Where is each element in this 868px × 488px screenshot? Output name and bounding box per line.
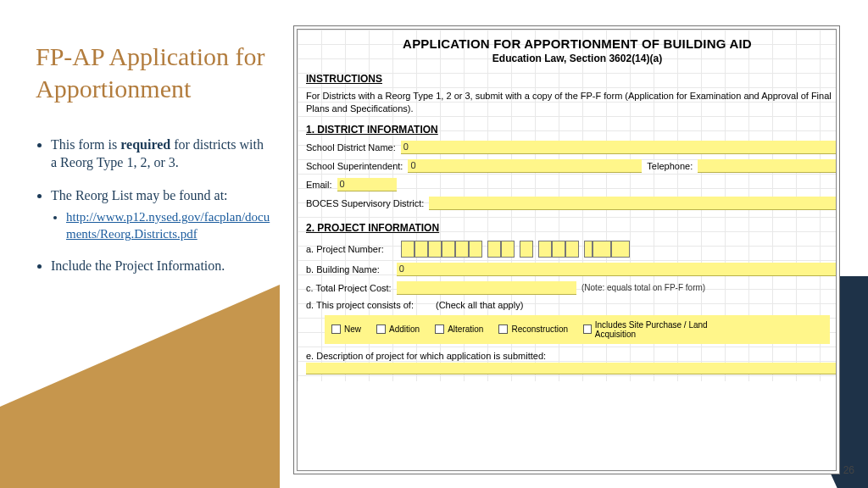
section-2-heading: 2. PROJECT INFORMATION (306, 222, 837, 234)
building-name-field[interactable]: 0 (397, 263, 837, 276)
bullet-2: The Reorg List may be found at: http://w… (51, 187, 273, 243)
form-subtitle: Education Law, Section 3602(14)(a) (306, 53, 837, 64)
reorg-list-link[interactable]: http://www.p12.nysed.gov/facplan/documen… (66, 210, 270, 241)
bullet-1-bold: required (120, 137, 170, 152)
checkbox-new-label: New (344, 324, 361, 334)
superintendent-field[interactable]: 0 (408, 159, 642, 173)
checkbox-alteration-label: Alteration (448, 324, 483, 334)
telephone-label: Telephone: (647, 161, 693, 171)
slide-title: FP-AP Application for Apportionment (36, 41, 273, 104)
decor-gold-triangle (0, 285, 280, 488)
checkbox-addition[interactable]: Addition (376, 324, 420, 334)
consists-of-label: d. This project consists of: (306, 300, 414, 310)
checkbox-reconstruction-label: Reconstruction (511, 324, 568, 334)
form-screenshot: APPLICATION FOR APPORTIONMENT OF BUILDIN… (293, 25, 840, 474)
project-number-boxes[interactable] (401, 241, 630, 258)
checkbox-site-purchase-label: Includes Site Purchase / Land Acquisitio… (595, 320, 727, 339)
bullet-1: This form is required for districts with… (51, 136, 273, 172)
email-field[interactable]: 0 (337, 178, 397, 191)
total-cost-label: c. Total Project Cost: (306, 283, 392, 293)
total-cost-note: (Note: equals total on FP-F form) (581, 283, 705, 292)
checkbox-new[interactable]: New (331, 324, 361, 334)
district-name-label: School District Name: (306, 142, 396, 152)
section-1-heading: 1. DISTRICT INFORMATION (306, 124, 837, 136)
project-number-label: a. Project Number: (306, 244, 384, 254)
bullet-1-pre: This form is (51, 137, 120, 152)
description-label: e. Description of project for which appl… (306, 351, 546, 361)
superintendent-label: School Superintendent: (306, 161, 403, 171)
description-field[interactable] (306, 363, 837, 374)
email-label: Email: (306, 180, 332, 190)
bullet-3: Include the Project Information. (51, 258, 273, 275)
total-cost-field[interactable] (397, 281, 576, 295)
boces-label: BOCES Supervisory District: (306, 198, 424, 208)
bullet-2-sublink-item: http://www.p12.nysed.gov/facplan/documen… (66, 209, 273, 242)
form-title: APPLICATION FOR APPORTIONMENT OF BUILDIN… (306, 36, 837, 51)
page-number: 26 (843, 464, 854, 476)
telephone-field[interactable] (698, 159, 837, 173)
instructions-heading: INSTRUCTIONS (306, 73, 837, 85)
district-name-field[interactable]: 0 (401, 141, 837, 154)
consists-of-hint: (Check all that apply) (436, 300, 523, 310)
bullet-2-text: The Reorg List may be found at: (51, 188, 228, 202)
checkbox-reconstruction[interactable]: Reconstruction (498, 324, 568, 334)
project-type-checkbox-row: New Addition Alteration Reconstruction I… (325, 315, 830, 344)
checkbox-addition-label: Addition (389, 324, 420, 334)
checkbox-site-purchase[interactable]: Includes Site Purchase / Land Acquisitio… (583, 320, 727, 339)
checkbox-alteration[interactable]: Alteration (435, 324, 483, 334)
boces-field[interactable] (429, 197, 837, 210)
instructions-text: For Districts with a Reorg Type 1, 2 or … (306, 90, 837, 115)
slide-bullets: This form is required for districts with… (36, 136, 273, 275)
building-name-label: b. Building Name: (306, 264, 380, 274)
